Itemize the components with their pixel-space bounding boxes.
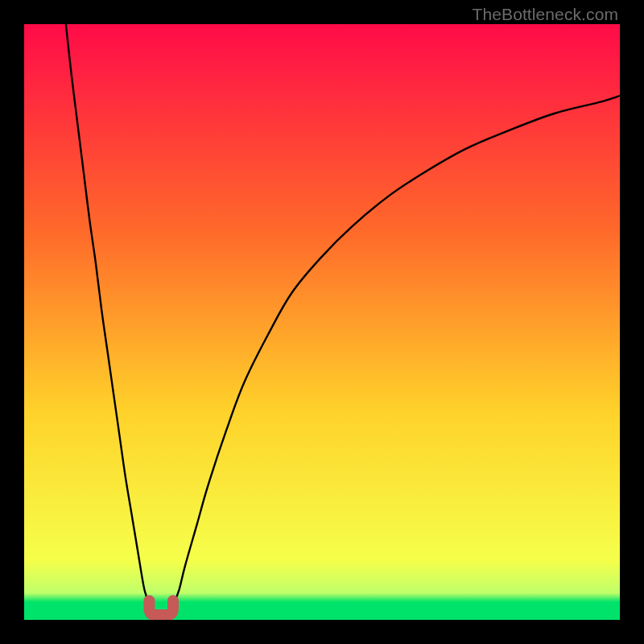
bottleneck-curve-chart (24, 24, 620, 620)
plot-area (24, 24, 620, 620)
heat-gradient-background (24, 24, 620, 620)
chart-frame: TheBottleneck.com (0, 0, 644, 644)
watermark-text: TheBottleneck.com (473, 5, 618, 24)
